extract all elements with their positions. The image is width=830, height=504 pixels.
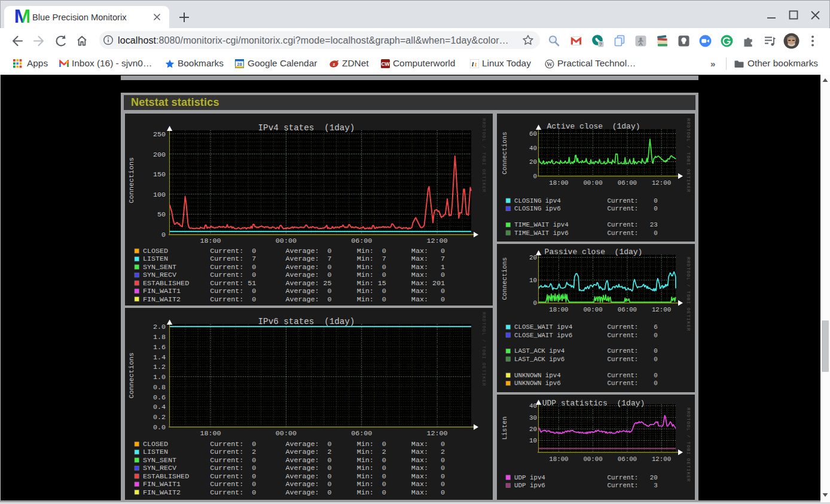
svg-text:CLOSING ipv4 Curren: CLOSING ipv4 Current: 0 — [514, 197, 658, 204]
svg-text:LISTEN Current: 2: LISTEN Current: 2 Average: 2 Min: 2 Max:… — [143, 448, 445, 456]
svg-text:CLOSE_WAIT ipv6 Curren: CLOSE_WAIT ipv6 Current: 0 — [514, 332, 658, 339]
svg-text:Connections: Connections — [127, 352, 136, 398]
svg-text:Listen: Listen — [501, 417, 508, 440]
svg-text:06:00: 06:00 — [351, 237, 372, 245]
svg-text:IPv6 states (1day): IPv6 states (1day) — [258, 317, 355, 326]
svg-text:TIME_WAIT ipv6 Curren: TIME_WAIT ipv6 Current: 0 — [514, 230, 658, 237]
svg-text:UDP ipv4 Curren: UDP ipv4 Current: 20 — [514, 474, 658, 481]
svg-text:CLOSE_WAIT ipv4 Curren: CLOSE_WAIT ipv4 Current: 6 — [514, 323, 658, 331]
svg-text:0: 0 — [161, 231, 166, 239]
svg-text:FIN_WAIT1 Current: 0: FIN_WAIT1 Current: 0 Average: 0 Min: 0 M… — [143, 480, 445, 488]
svg-text:12:00: 12:00 — [427, 237, 448, 245]
svg-text:12:00: 12:00 — [652, 456, 671, 463]
svg-text:?: ? — [599, 41, 602, 47]
svg-text:0.4: 0.4 — [153, 403, 166, 411]
svg-text:18:00: 18:00 — [549, 456, 568, 463]
svg-text:LISTEN Current: 7: LISTEN Current: 7 Average: 7 Min: 7 Max:… — [143, 255, 445, 263]
svg-text:0.0: 0.0 — [153, 423, 166, 432]
svg-text:12:00: 12:00 — [652, 179, 671, 187]
svg-text:RRDTOOL / TOBI OETIKER: RRDTOOL / TOBI OETIKER — [686, 118, 691, 193]
svg-text:1.2: 1.2 — [153, 363, 166, 371]
svg-text:Passive close (1day): Passive close (1day) — [545, 248, 643, 256]
svg-text:1.8: 1.8 — [153, 333, 166, 341]
svg-text:250: 250 — [153, 130, 166, 139]
svg-text:06:00: 06:00 — [618, 306, 637, 313]
svg-text:CW: CW — [381, 61, 390, 67]
svg-text:UDP ipv6 Curren: UDP ipv6 Current: 3 — [514, 482, 658, 489]
svg-text:40: 40 — [529, 145, 537, 152]
svg-text:150: 150 — [153, 170, 166, 179]
svg-text:200: 200 — [153, 151, 166, 159]
svg-text:00:00: 00:00 — [276, 429, 297, 438]
svg-text:UNKNOWN ipv6 Curren: UNKNOWN ipv6 Current: 0 — [514, 380, 658, 387]
svg-text:CLOSED Current: 0: CLOSED Current: 0 Average: 0 Min: 0 Max:… — [143, 440, 445, 448]
svg-text:FIN_WAIT1 Current: 0: FIN_WAIT1 Current: 0 Average: 0 Min: 0 M… — [143, 287, 445, 295]
svg-text:12:00: 12:00 — [652, 306, 671, 313]
svg-text:0: 0 — [533, 300, 537, 307]
svg-text:12:00: 12:00 — [427, 429, 448, 438]
svg-text:SYN_RECV Current: 0: SYN_RECV Current: 0 Average: 0 Min: 0 Ma… — [143, 464, 445, 472]
svg-text:20: 20 — [529, 426, 537, 433]
svg-text:ESTABLISHED Current: 0: ESTABLISHED Current: 0 Average: 0 Min: 0… — [143, 472, 445, 481]
svg-text:M: M — [14, 7, 29, 24]
svg-text:UNKNOWN ipv4 Curren: UNKNOWN ipv4 Current: 0 — [514, 372, 658, 379]
svg-text:00:00: 00:00 — [583, 456, 602, 463]
svg-text:z: z — [333, 62, 335, 67]
svg-text:IPv4 states (1day): IPv4 states (1day) — [258, 123, 355, 133]
svg-text:FIN_WAIT2 Current: 0: FIN_WAIT2 Current: 0 Average: 0 Min: 0 M… — [143, 488, 445, 497]
svg-text:RRDTOOL / TOBI OETIKER: RRDTOOL / TOBI OETIKER — [481, 312, 486, 386]
svg-text:LAST_ACK ipv4 Curren: LAST_ACK ipv4 Current: 0 — [514, 347, 658, 355]
svg-text:Active close (1day): Active close (1day) — [547, 122, 640, 131]
svg-text:20: 20 — [529, 158, 537, 166]
svg-text:0.6: 0.6 — [153, 393, 166, 402]
svg-text:50: 50 — [157, 210, 166, 219]
svg-text:00:00: 00:00 — [583, 179, 602, 187]
svg-text:00:00: 00:00 — [583, 306, 602, 313]
svg-text:0.2: 0.2 — [153, 413, 166, 421]
svg-text:SYN_SENT Current: 0: SYN_SENT Current: 0 Average: 0 Min: 0 Ma… — [143, 456, 445, 465]
svg-text:30: 30 — [529, 414, 537, 421]
svg-text:10: 10 — [529, 437, 537, 444]
svg-text:18:00: 18:00 — [200, 429, 221, 438]
svg-text:RRDTOOL / TOBI OETIKER: RRDTOOL / TOBI OETIKER — [686, 408, 691, 482]
svg-text:06:00: 06:00 — [351, 429, 372, 438]
svg-text:00:00: 00:00 — [276, 237, 297, 245]
svg-text:Connections: Connections — [127, 157, 136, 203]
svg-text:UDP statistics (1day): UDP statistics (1day) — [542, 399, 645, 408]
svg-text:20: 20 — [529, 254, 537, 261]
svg-text:06:00: 06:00 — [618, 179, 637, 187]
svg-text:CLOSING ipv6 Curren: CLOSING ipv6 Current: 0 — [514, 205, 658, 212]
svg-text:SYN_RECV Current: 0: SYN_RECV Current: 0 Average: 0 Min: 0 Ma… — [143, 271, 445, 279]
svg-text:18:00: 18:00 — [549, 306, 568, 313]
svg-text:1.0: 1.0 — [153, 373, 166, 381]
svg-text:SYN_SENT Current: 0: SYN_SENT Current: 0 Average: 0 Min: 0 Ma… — [143, 263, 445, 271]
svg-text:Connections: Connections — [501, 132, 508, 174]
svg-text:1.6: 1.6 — [153, 343, 166, 352]
svg-text:RRDTOOL / TOBI OETIKER: RRDTOOL / TOBI OETIKER — [481, 118, 486, 193]
svg-text:60: 60 — [529, 130, 537, 138]
svg-text:LAST_ACK ipv6 Curren: LAST_ACK ipv6 Current: 0 — [514, 356, 658, 363]
svg-text:Connections: Connections — [501, 257, 508, 300]
svg-text:06:00: 06:00 — [618, 456, 637, 463]
svg-text:10: 10 — [529, 277, 537, 284]
svg-text:W: W — [547, 61, 553, 68]
svg-text:18:00: 18:00 — [549, 179, 568, 187]
svg-text:0: 0 — [533, 173, 537, 180]
svg-text:1.4: 1.4 — [153, 353, 166, 362]
svg-text:28: 28 — [237, 62, 242, 67]
svg-text:TIME_WAIT ipv4 Curren: TIME_WAIT ipv4 Current: 23 — [514, 221, 658, 228]
svg-text:ESTABLISHED Current: 51: ESTABLISHED Current: 51 Average: 25 Min:… — [143, 279, 445, 288]
svg-text:2.0: 2.0 — [153, 323, 166, 331]
svg-text:RRDTOOL / TOBI OETIKER: RRDTOOL / TOBI OETIKER — [686, 257, 691, 331]
svg-text:FIN_WAIT2 Current: 0: FIN_WAIT2 Current: 0 Average: 0 Min: 0 M… — [143, 295, 445, 304]
svg-text:18:00: 18:00 — [200, 237, 221, 245]
svg-text:0.8: 0.8 — [153, 383, 166, 392]
svg-text:100: 100 — [153, 191, 166, 199]
svg-text:40: 40 — [529, 402, 537, 410]
svg-text:CLOSED Current: 0: CLOSED Current: 0 Average: 0 Min: 0 Max:… — [143, 247, 445, 255]
